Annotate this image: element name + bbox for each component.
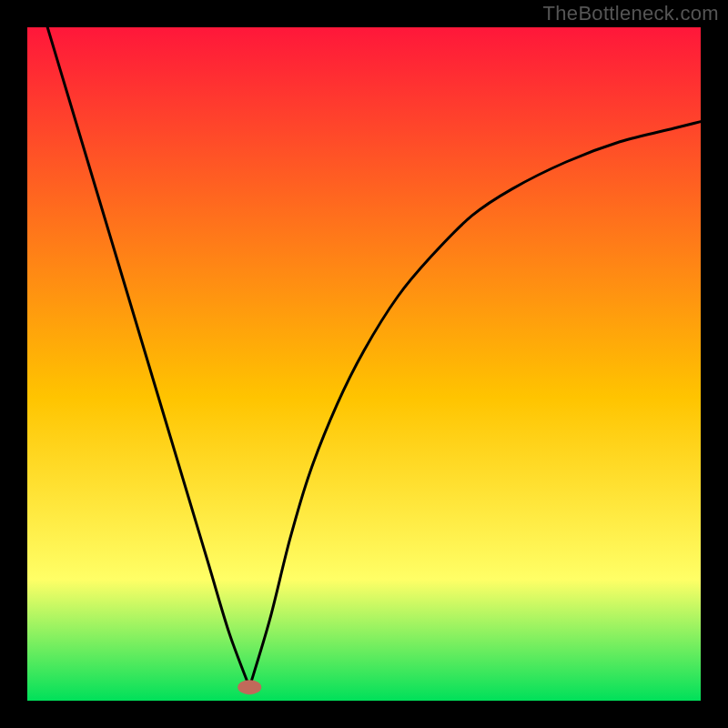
chart-frame: { "watermark": "TheBottleneck.com", "cha…	[0, 0, 728, 728]
minimum-marker	[238, 680, 261, 694]
chart-svg	[0, 0, 728, 728]
watermark-text: TheBottleneck.com	[543, 2, 719, 25]
plot-background	[27, 27, 701, 701]
